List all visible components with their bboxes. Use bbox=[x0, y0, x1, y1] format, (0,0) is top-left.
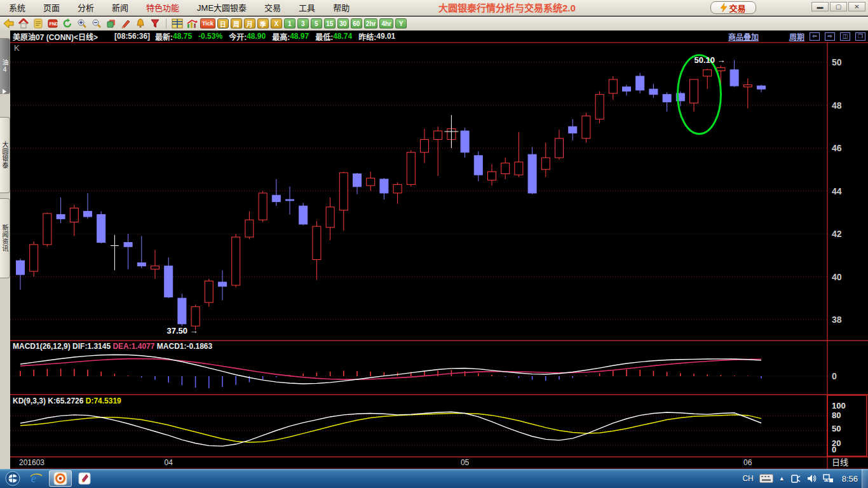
minimize-button[interactable]: ▬ bbox=[811, 2, 829, 11]
period-button-5[interactable]: 5 bbox=[311, 18, 322, 29]
macd-hist-value: MACD1:-0.1863 bbox=[157, 342, 212, 351]
menu-item-4[interactable]: 新闻 bbox=[103, 0, 137, 16]
refresh-icon[interactable] bbox=[61, 18, 74, 29]
macd-dea-line bbox=[20, 358, 761, 379]
prev-settle-label: 昨结: bbox=[358, 31, 376, 42]
open-value: 48.90 bbox=[247, 32, 266, 41]
price-axis-label: 50 bbox=[832, 57, 842, 67]
macd-name: MACD1(26,12,9) bbox=[13, 342, 71, 351]
home-icon[interactable] bbox=[17, 18, 30, 29]
period-button-日[interactable]: 日 bbox=[217, 18, 229, 29]
period-button-X[interactable]: X bbox=[271, 18, 282, 29]
zoom-out-icon[interactable] bbox=[90, 18, 103, 29]
high-price-annotation: 50.10 → bbox=[694, 55, 725, 65]
period-tick-button[interactable]: Tick bbox=[200, 18, 215, 29]
menu-item-9[interactable]: 帮助 bbox=[324, 0, 358, 16]
sidebar-tab-3[interactable]: 新闻资讯 bbox=[0, 198, 10, 278]
show-desktop-button[interactable] bbox=[862, 469, 868, 488]
trend-chart-icon[interactable] bbox=[186, 18, 198, 29]
lightning-icon bbox=[721, 3, 727, 12]
menu-bar: 系统页面分析新闻特色功能JME大圆银泰交易工具帮助 bbox=[0, 0, 358, 15]
power-plug-icon[interactable] bbox=[790, 473, 801, 484]
kd-axis-label: 80 bbox=[832, 410, 841, 420]
menu-item-7[interactable]: 交易 bbox=[255, 0, 290, 16]
menu-item-5[interactable]: 特色功能 bbox=[137, 0, 188, 16]
kd-k-value: K:65.2726 bbox=[48, 396, 83, 405]
period-button-周[interactable]: 周 bbox=[231, 18, 242, 29]
period-button-2hr[interactable]: 2hr bbox=[364, 18, 378, 29]
toolbar: FNDTick日周月季X1351530602hr4hrY bbox=[0, 17, 868, 30]
language-indicator[interactable]: CH bbox=[742, 474, 753, 483]
taskbar-trading-app-icon[interactable] bbox=[49, 470, 72, 487]
period-button-Y[interactable]: Y bbox=[395, 18, 407, 29]
desktop: 系统页面分析新闻特色功能JME大圆银泰交易工具帮助 大圆银泰行情分析与交易系统2… bbox=[0, 0, 868, 488]
period-button-月[interactable]: 月 bbox=[244, 18, 255, 29]
x-axis-label: 04 bbox=[165, 458, 173, 467]
period-button-15[interactable]: 15 bbox=[324, 18, 336, 29]
period-button-3[interactable]: 3 bbox=[297, 18, 309, 29]
menu-item-8[interactable]: 工具 bbox=[290, 0, 324, 16]
overlay-link[interactable]: 商品叠加 bbox=[728, 31, 759, 42]
period-link[interactable]: 周期 bbox=[789, 31, 804, 42]
menu-item-2[interactable]: 页面 bbox=[34, 0, 69, 16]
period-button-4hr[interactable]: 4hr bbox=[379, 18, 393, 29]
taskbar-ie-icon[interactable]: e bbox=[25, 470, 48, 487]
quote-info-bar: 美原油07 (CONN)<日线> [08:56:36] 最新: 48.75 -0… bbox=[10, 30, 868, 42]
speaker-icon[interactable] bbox=[806, 473, 817, 484]
zoom-in-icon[interactable] bbox=[76, 18, 88, 29]
price-axis-label: 44 bbox=[832, 186, 842, 196]
bell-icon[interactable] bbox=[134, 18, 147, 29]
edit-pencil-icon[interactable] bbox=[119, 18, 132, 29]
network-icon[interactable] bbox=[822, 473, 834, 484]
main-pane-label: K bbox=[14, 43, 20, 53]
sidebar-collapse-arrow-icon[interactable] bbox=[3, 89, 6, 94]
layers-icon[interactable] bbox=[105, 18, 118, 29]
kd-axis-label: 100 bbox=[832, 401, 846, 410]
period-button-1[interactable]: 1 bbox=[284, 18, 295, 29]
cascade-windows-icon[interactable]: ❐ bbox=[855, 32, 865, 41]
menu-item-1[interactable]: 系统 bbox=[0, 0, 34, 16]
last-label: 最新: bbox=[155, 31, 173, 42]
taskbar-paint-icon[interactable] bbox=[73, 470, 96, 487]
quote-table-icon[interactable] bbox=[171, 18, 184, 29]
macd-zero-label: 0 bbox=[832, 371, 837, 381]
close-button[interactable]: ✕ bbox=[848, 2, 865, 11]
macd-indicator-label: MACD1(26,12,9) DIF:1.3145 DEA:1.4077 MAC… bbox=[13, 342, 212, 351]
quote-time: [08:56:36] bbox=[114, 32, 150, 41]
price-axis-label: 42 bbox=[832, 229, 842, 239]
macd-dif-value: DIF:1.3145 bbox=[72, 342, 111, 351]
start-button[interactable] bbox=[2, 470, 24, 487]
fund-icon[interactable]: FND bbox=[46, 18, 59, 29]
period-button-季[interactable]: 季 bbox=[257, 18, 269, 29]
window-title: 大圆银泰行情分析与交易系统2.0 bbox=[438, 0, 576, 16]
low-price-annotation: 37.50 → bbox=[166, 326, 198, 336]
candlestick-chart-canvas[interactable]: 5048464442403801008050200201603040506日线K… bbox=[10, 42, 868, 469]
menu-item-6[interactable]: JME大圆银泰 bbox=[188, 0, 255, 16]
sidebar-tab-2[interactable]: 大圆银泰 bbox=[0, 117, 10, 193]
page-left-icon[interactable]: ⇦ bbox=[810, 32, 820, 41]
page-right-icon[interactable]: ⇨ bbox=[825, 32, 835, 41]
price-axis-label: 40 bbox=[832, 272, 842, 282]
back-icon[interactable] bbox=[3, 18, 15, 29]
price-axis-label: 48 bbox=[832, 100, 842, 111]
change-percent: -0.53% bbox=[198, 32, 222, 41]
period-button-30[interactable]: 30 bbox=[337, 18, 349, 29]
split-pane-icon[interactable]: ◫ bbox=[840, 32, 850, 41]
kd-axis-label: 0 bbox=[832, 445, 836, 454]
menu-item-3[interactable]: 分析 bbox=[69, 0, 103, 16]
notes-icon[interactable] bbox=[32, 18, 44, 29]
svg-text:FND: FND bbox=[50, 22, 58, 26]
high-label: 最高: bbox=[272, 31, 290, 42]
last-value: 48.75 bbox=[173, 32, 192, 41]
trade-button[interactable]: 交易 bbox=[710, 1, 756, 14]
tray-expand-icon[interactable]: ▲ bbox=[779, 475, 785, 482]
taskbar-clock[interactable]: 8:56 bbox=[842, 474, 858, 484]
sidebar-tab-1[interactable]: 油4 bbox=[0, 38, 10, 94]
filter-icon[interactable] bbox=[149, 18, 161, 29]
price-axis-label: 46 bbox=[832, 143, 842, 153]
period-button-60[interactable]: 60 bbox=[351, 18, 362, 29]
keyboard-icon[interactable] bbox=[759, 474, 773, 483]
title-bar: 系统页面分析新闻特色功能JME大圆银泰交易工具帮助 大圆银泰行情分析与交易系统2… bbox=[0, 0, 868, 16]
x-axis-label: 201603 bbox=[19, 458, 44, 467]
maximize-button[interactable]: ▢ bbox=[830, 2, 847, 11]
